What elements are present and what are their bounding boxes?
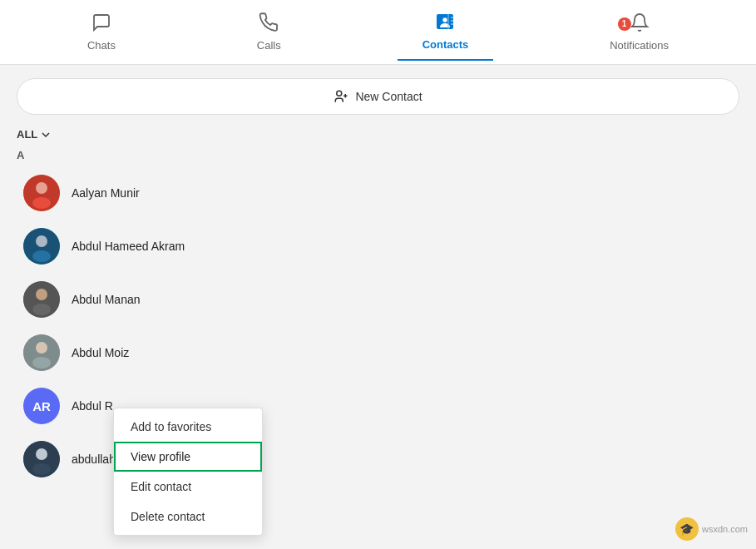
svg-point-11 <box>32 197 51 209</box>
svg-point-10 <box>36 182 47 194</box>
contact-name-abdul-moiz: Abdul Moiz <box>72 346 129 359</box>
add-person-icon <box>334 89 348 104</box>
contact-item-abdul-manan[interactable]: Abdul Manan <box>17 273 739 326</box>
contact-name-abdul-r: Abdul R <box>72 399 113 413</box>
context-edit-contact[interactable]: Edit contact <box>114 472 262 502</box>
nav-notifications-label: Notifications <box>610 39 669 52</box>
nav-calls-label: Calls <box>257 39 281 52</box>
nav-notifications[interactable]: 1 Notifications <box>585 4 694 60</box>
avatar-abdullahniaz <box>23 441 60 477</box>
new-contact-label: New Contact <box>355 90 422 103</box>
filter-all-button[interactable]: ALL <box>17 128 51 141</box>
avatar-abdul-moiz <box>23 334 60 371</box>
contact-name-abdul-manan: Abdul Manan <box>72 293 141 306</box>
call-icon <box>259 12 279 36</box>
svg-point-19 <box>36 342 47 354</box>
svg-point-22 <box>36 448 47 460</box>
filter-label: ALL <box>17 128 37 141</box>
top-navigation: Chats Calls Contacts <box>0 0 756 65</box>
avatar-abdul-hameed <box>23 228 60 265</box>
contacts-icon <box>435 12 455 35</box>
contact-name-aalyan: Aalyan Munir <box>72 186 140 200</box>
avatar-abdul-r: AR <box>23 388 60 424</box>
avatar-initials-ar: AR <box>32 399 51 413</box>
contact-name-abdul-hameed: Abdul Hameed Akram <box>72 240 185 253</box>
contact-item-aalyan[interactable]: Aalyan Munir <box>17 166 739 220</box>
svg-point-6 <box>337 91 342 96</box>
contact-item-abdul-moiz[interactable]: Abdul Moiz <box>17 326 739 379</box>
nav-chats-label: Chats <box>87 39 116 52</box>
svg-point-16 <box>36 289 47 300</box>
chevron-down-icon <box>41 130 51 140</box>
bell-icon: 1 <box>630 12 650 36</box>
watermark-logo: 🎓 <box>675 517 699 541</box>
nav-chats[interactable]: Chats <box>62 4 141 60</box>
svg-point-13 <box>36 235 47 247</box>
watermark-text: wsxdn.com <box>702 524 748 534</box>
svg-point-20 <box>32 357 51 368</box>
nav-calls[interactable]: Calls <box>232 4 306 60</box>
contact-item-abdul-hameed[interactable]: Abdul Hameed Akram <box>17 220 739 273</box>
nav-contacts-label: Contacts <box>422 38 469 51</box>
svg-point-1 <box>442 17 447 22</box>
avatar-aalyan <box>23 175 60 211</box>
watermark: 🎓 wsxdn.com <box>675 517 748 541</box>
svg-point-17 <box>32 304 51 315</box>
filter-row: ALL <box>17 128 739 141</box>
notification-badge: 1 <box>618 17 631 31</box>
svg-point-23 <box>32 463 51 475</box>
context-menu: Add to favorites View profile Edit conta… <box>113 408 263 536</box>
context-add-favorites[interactable]: Add to favorites <box>114 412 262 442</box>
section-header-a: A <box>17 149 739 161</box>
context-view-profile[interactable]: View profile <box>114 442 262 472</box>
nav-contacts[interactable]: Contacts <box>398 3 494 61</box>
new-contact-button[interactable]: New Contact <box>17 78 739 115</box>
chat-icon <box>91 12 111 36</box>
svg-point-14 <box>32 250 51 262</box>
context-delete-contact[interactable]: Delete contact <box>114 502 262 532</box>
avatar-abdul-manan <box>23 281 60 318</box>
